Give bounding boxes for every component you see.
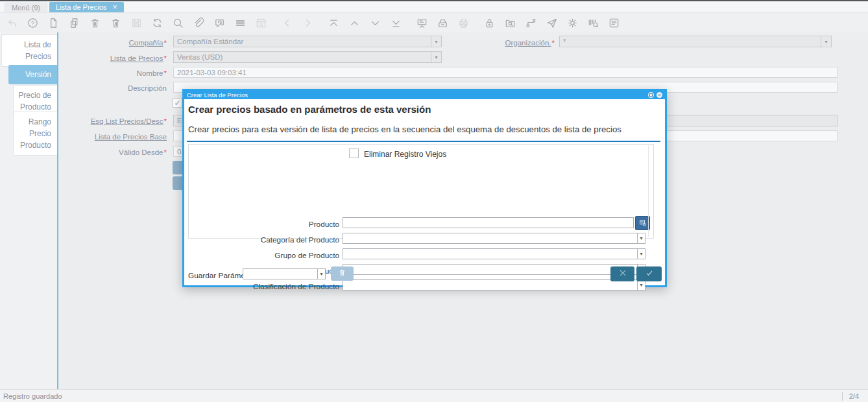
- prev-icon: [281, 17, 293, 29]
- zoom-across-icon[interactable]: [504, 17, 516, 29]
- last-record-icon[interactable]: [390, 17, 402, 29]
- save-icon: [130, 17, 143, 29]
- nombre-label: Nombre*: [69, 69, 167, 77]
- clasificacion-producto-field[interactable]: ▾: [343, 279, 645, 290]
- settings-icon[interactable]: [566, 17, 579, 29]
- activo-checkbox[interactable]: ✓: [173, 98, 182, 108]
- guardar-parametro-field[interactable]: ▾: [243, 268, 326, 279]
- chevron-down-icon[interactable]: ▾: [431, 36, 441, 47]
- dialog-parameters-panel: Eliminar Registro Viejos Producto Catego…: [188, 144, 654, 239]
- delete-record-icon[interactable]: [89, 17, 101, 29]
- send-icon[interactable]: [546, 17, 558, 29]
- chat-icon[interactable]: [213, 17, 226, 29]
- workflow-icon[interactable]: [525, 17, 537, 29]
- tab-lista-de-precios[interactable]: Lista de Precios ×: [49, 2, 124, 12]
- sidebar-tab-version[interactable]: Versión: [8, 65, 57, 84]
- lista-de-precios-label: Lista de Precios*: [69, 54, 167, 62]
- presentation-icon[interactable]: [416, 17, 428, 29]
- dialog-heading: Crear precios basado en parámetros de es…: [188, 104, 431, 115]
- attachment-icon[interactable]: [193, 17, 205, 29]
- window-tab-strip: Menú (9) Lista de Precios ×: [0, 0, 868, 13]
- sidebar-tab-rango-precio-producto[interactable]: Rango Precio Producto: [13, 112, 57, 156]
- chevron-down-icon[interactable]: ▾: [637, 280, 645, 290]
- organizacion-field[interactable]: *▾: [559, 36, 832, 47]
- chevron-down-icon[interactable]: ▾: [821, 36, 831, 47]
- confirm-check-icon: [644, 268, 655, 280]
- first-record-icon[interactable]: [328, 17, 340, 29]
- valido-desde-label: Válido Desde*: [69, 148, 167, 156]
- status-bar: Registro guardado 2/4: [0, 389, 868, 402]
- cancel-x-icon: [618, 268, 628, 280]
- delete-parameter-button[interactable]: [331, 266, 354, 281]
- categoria-producto-field[interactable]: ▾: [343, 233, 645, 244]
- list-view-icon[interactable]: [234, 17, 247, 29]
- tab-menu-label: Menú (9): [12, 4, 40, 12]
- delete-selection-icon[interactable]: [110, 17, 122, 29]
- panel-scrollbar[interactable]: [648, 145, 649, 237]
- maximize-icon[interactable]: [648, 92, 654, 98]
- eliminar-registro-viejos-checkbox[interactable]: [349, 148, 359, 158]
- lista-base-label: Lista de Precios Base: [69, 133, 167, 141]
- check-icon: ✓: [174, 99, 180, 108]
- trash-icon: [338, 268, 346, 279]
- producto-field[interactable]: [343, 217, 634, 228]
- report-icon[interactable]: [608, 17, 620, 29]
- close-icon[interactable]: ×: [112, 4, 117, 10]
- dialog-description: Crear precios para esta versión de lista…: [188, 124, 621, 134]
- barcode-icon[interactable]: [587, 17, 599, 29]
- organizacion-label: Organización.*: [457, 39, 555, 47]
- sidebar-tab-lista-de-precios[interactable]: Lista de Precios: [1, 34, 57, 67]
- undo-icon: [6, 17, 18, 29]
- dialog-title: Crear Lista de Precios: [187, 91, 248, 99]
- close-icon[interactable]: ×: [657, 92, 662, 98]
- nombre-field[interactable]: 2021-03-03 09:03:41: [173, 67, 838, 78]
- copy-record-icon[interactable]: [68, 17, 80, 29]
- clase-producto-field[interactable]: ▾: [343, 264, 645, 275]
- refresh-icon[interactable]: [151, 17, 163, 29]
- chevron-down-icon[interactable]: ▾: [317, 269, 325, 279]
- dialog-separator: [187, 141, 660, 142]
- confirm-button[interactable]: [636, 266, 662, 281]
- eliminar-registro-viejos-label: Eliminar Registro Viejos: [364, 150, 446, 159]
- svg-text:31: 31: [259, 22, 263, 26]
- toolbar: ? 31: [0, 13, 868, 32]
- clasificacion-producto-label: Clasificación de Producto: [197, 282, 339, 291]
- chevron-down-icon[interactable]: ▾: [637, 249, 645, 259]
- archive-icon[interactable]: [437, 17, 449, 29]
- esq-list-precios-label: Esq List Precios/Desc*: [69, 117, 167, 125]
- previous-record-icon[interactable]: [348, 17, 361, 29]
- grupo-producto-field[interactable]: ▾: [343, 248, 645, 259]
- compania-field[interactable]: Compañía Estándar▾: [173, 36, 442, 47]
- new-record-icon[interactable]: [47, 17, 60, 29]
- record-counter: 2/4: [842, 392, 859, 401]
- app-window: Menú (9) Lista de Precios × ? 31: [0, 0, 868, 402]
- cancel-button[interactable]: [610, 266, 634, 281]
- tab-lista-label: Lista de Precios: [56, 3, 106, 11]
- next-icon: [302, 17, 314, 29]
- next-record-icon[interactable]: [369, 17, 381, 29]
- tab-menu[interactable]: Menú (9): [5, 3, 47, 12]
- record-tabs-sidebar: Lista de Precios Versión Precio de Produ…: [0, 32, 58, 389]
- calendar-icon: 31: [255, 17, 267, 29]
- categoria-producto-label: Categoría del Producto: [197, 235, 339, 244]
- help-icon[interactable]: ?: [27, 17, 39, 29]
- descripcion-label: Descripción: [69, 84, 167, 92]
- crear-lista-de-precios-dialog: Crear Lista de Precios × Crear precios b…: [182, 89, 667, 287]
- chevron-down-icon[interactable]: ▾: [431, 52, 441, 62]
- print-icon: [457, 17, 470, 29]
- dialog-titlebar[interactable]: Crear Lista de Precios ×: [184, 91, 665, 99]
- svg-text:?: ?: [31, 19, 34, 26]
- producto-label: Producto: [197, 220, 339, 229]
- lock-icon[interactable]: [483, 17, 496, 29]
- lista-de-precios-field[interactable]: Ventas (USD)▾: [173, 51, 442, 63]
- chevron-down-icon[interactable]: ▾: [637, 233, 645, 243]
- compania-label: Compañía*: [69, 39, 167, 47]
- find-icon[interactable]: [172, 17, 184, 29]
- grupo-producto-label: Grupo de Producto: [197, 251, 339, 260]
- status-message: Registro guardado: [3, 392, 62, 400]
